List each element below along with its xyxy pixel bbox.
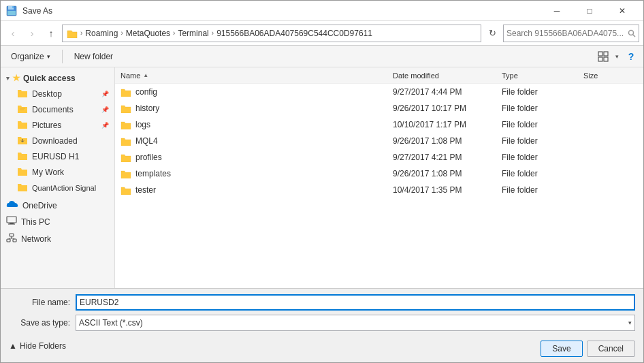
hide-folders-button[interactable]: ▲ Hide Folders (9, 341, 66, 351)
col-header-date[interactable]: Date modified (393, 72, 502, 80)
save-as-icon (6, 5, 17, 16)
pictures-folder-icon (17, 119, 28, 131)
path-metaquotes[interactable]: MetaQuotes (126, 29, 170, 38)
organize-chevron: ▾ (47, 53, 50, 60)
bottom-buttons-row: ▲ Hide Folders Save Cancel (9, 335, 635, 357)
table-row[interactable]: tester 10/4/2017 1:35 PM File folder (115, 182, 643, 198)
col-header-name[interactable]: Name ▲ (120, 72, 393, 80)
documents-pin: 📌 (101, 106, 109, 113)
col-header-size[interactable]: Size (583, 72, 638, 80)
close-button[interactable]: ✕ (607, 1, 638, 21)
folder-icon (120, 104, 131, 113)
mywork-folder-icon (17, 166, 28, 178)
savetype-select[interactable]: ASCII Text (*.csv) ▾ (76, 315, 635, 331)
sidebar-item-onedrive[interactable]: OneDrive (1, 198, 114, 212)
network-icon (6, 233, 17, 244)
quantaction-folder-icon (17, 182, 28, 193)
svg-rect-7 (604, 52, 608, 56)
savetype-label: Save as type: (9, 318, 70, 328)
svg-rect-14 (7, 239, 10, 242)
table-row[interactable]: logs 10/10/2017 1:17 PM File folder (115, 116, 643, 133)
address-path[interactable]: › Roaming › MetaQuotes › Terminal › 9155… (62, 25, 481, 42)
help-button[interactable]: ? (623, 48, 639, 65)
toolbar: Organize ▾ New folder ▾ ? (1, 46, 643, 67)
file-rows-container: config 9/27/2017 4:44 PM File folder his… (115, 84, 643, 198)
table-row[interactable]: templates 9/26/2017 1:08 PM File folder (115, 165, 643, 182)
title-bar: Save As ─ □ ✕ (1, 1, 643, 21)
sidebar-item-quantaction[interactable]: QuantAction Signal (1, 180, 114, 195)
file-date: 9/26/2017 10:17 PM (393, 104, 502, 113)
quick-access-label: Quick access (23, 74, 76, 83)
view-options-button[interactable] (595, 48, 611, 65)
new-folder-button[interactable]: New folder (68, 48, 119, 65)
folder-icon (120, 136, 131, 146)
minimize-button[interactable]: ─ (541, 1, 573, 21)
refresh-button[interactable]: ↻ (484, 25, 500, 42)
sidebar-item-mywork[interactable]: My Work (1, 164, 114, 180)
address-bar: ‹ › ↑ › Roaming › MetaQuotes › Terminal … (1, 21, 643, 46)
cancel-button[interactable]: Cancel (587, 341, 635, 357)
table-row[interactable]: history 9/26/2017 10:17 PM File folder (115, 100, 643, 116)
pictures-label: Pictures (32, 121, 61, 130)
file-name: MQL4 (120, 136, 393, 146)
forward-button[interactable]: › (24, 25, 40, 42)
view-dropdown-arrow: ▾ (615, 53, 619, 60)
path-sep-2: › (120, 29, 123, 37)
eurusd-label: EURUSD H1 (32, 152, 79, 161)
sidebar-item-documents[interactable]: Documents 📌 (1, 101, 114, 117)
window-title: Save As (22, 6, 52, 16)
maximize-button[interactable]: □ (574, 1, 605, 21)
file-date: 9/26/2017 1:08 PM (393, 136, 502, 146)
folder-icon (120, 153, 131, 162)
file-date: 9/26/2017 1:08 PM (393, 169, 502, 178)
sidebar-item-eurusd[interactable]: EURUSD H1 (1, 148, 114, 164)
save-button[interactable]: Save (541, 341, 582, 357)
table-row[interactable]: config 9/27/2017 4:44 PM File folder (115, 84, 643, 100)
svg-rect-8 (598, 57, 602, 61)
sidebar-item-pictures[interactable]: Pictures 📌 (1, 117, 114, 133)
table-row[interactable]: profiles 9/27/2017 4:21 PM File folder (115, 149, 643, 165)
path-sep-3: › (173, 29, 175, 37)
quick-access-header[interactable]: ▾ ★ Quick access (1, 70, 114, 86)
toolbar-right: ▾ ? (595, 48, 639, 65)
save-as-dialog: Save As ─ □ ✕ ‹ › ↑ › Roaming › MetaQuot… (0, 0, 644, 363)
desktop-pin: 📌 (101, 91, 109, 97)
table-row[interactable]: MQL4 9/26/2017 1:08 PM File folder (115, 133, 643, 149)
desktop-folder-icon (17, 88, 28, 99)
file-type: File folder (502, 169, 583, 178)
svg-rect-6 (598, 52, 602, 56)
filename-label: File name: (9, 298, 70, 307)
file-type: File folder (502, 153, 583, 162)
view-icon (598, 51, 609, 62)
svg-point-4 (629, 30, 634, 35)
up-button[interactable]: ↑ (43, 25, 59, 42)
file-type: File folder (502, 120, 583, 129)
bottom-area: File name: Save as type: ASCII Text (*.c… (1, 288, 643, 362)
sidebar-item-downloaded[interactable]: Downloaded (1, 133, 114, 148)
organize-button[interactable]: Organize ▾ (5, 48, 57, 65)
filename-input[interactable] (76, 294, 635, 311)
path-hash[interactable]: 915566BA06ADA407569C544CC0D97611 (216, 29, 372, 38)
savetype-row: Save as type: ASCII Text (*.csv) ▾ (9, 315, 635, 331)
file-name: tester (120, 185, 393, 195)
col-header-type[interactable]: Type (502, 72, 583, 80)
onedrive-icon (6, 200, 18, 210)
svg-rect-3 (7, 11, 16, 15)
back-button[interactable]: ‹ (5, 25, 21, 42)
search-input[interactable] (506, 29, 625, 38)
help-icon: ? (628, 51, 634, 62)
savetype-chevron: ▾ (628, 319, 632, 326)
path-roaming[interactable]: Roaming (85, 29, 118, 38)
file-name: profiles (120, 153, 393, 162)
search-icon (628, 29, 636, 37)
file-type: File folder (502, 104, 583, 113)
sidebar-item-network[interactable]: Network (1, 231, 114, 247)
eurusd-folder-icon (17, 151, 28, 162)
sidebar-item-desktop[interactable]: Desktop 📌 (1, 86, 114, 101)
sidebar-item-thispc[interactable]: This PC (1, 214, 114, 230)
file-date: 10/10/2017 1:17 PM (393, 120, 502, 129)
onedrive-label: OneDrive (22, 201, 57, 210)
path-terminal[interactable]: Terminal (178, 29, 208, 38)
savetype-value: ASCII Text (*.csv) (79, 318, 143, 328)
file-name: logs (120, 120, 393, 129)
